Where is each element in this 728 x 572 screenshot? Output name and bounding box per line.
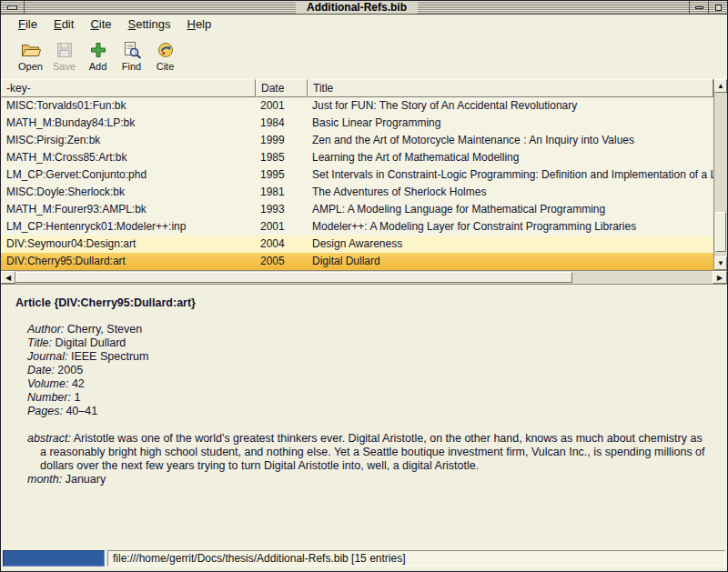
cell-date: 1993 [256,201,308,218]
reference-table: -key- Date Title MISC:Torvalds01:Fun:bk2… [1,79,727,270]
minimize-button[interactable] [689,1,708,14]
toolbar: OpenSaveAddFindCite [1,34,727,79]
toolbar-button-find[interactable]: Find [115,37,148,72]
toolbar-button-add[interactable]: Add [81,37,115,72]
cell-date: 1984 [256,115,308,132]
column-header-date[interactable]: Date [256,79,308,97]
table-row[interactable]: MISC:Torvalds01:Fun:bk2001Just for FUN: … [1,97,713,115]
cell-key: MATH_M:Bunday84:LP:bk [1,115,256,132]
cell-key: MISC:Pirsig:Zen:bk [1,132,256,149]
toolbar-button-label: Find [122,61,141,72]
cell-key: DIV:Cherry95:Dullard:art [1,253,256,270]
column-header-title[interactable]: Title [308,79,713,97]
cell-date: 2005 [256,253,308,270]
detail-field-value: 42 [72,377,85,390]
cite-icon [157,39,175,59]
table-row[interactable]: LM_CP:Gervet:Conjunto:phd1995Set Interva… [1,166,713,184]
detail-field-label: Pages: [27,405,66,417]
toolbar-button-save[interactable]: Save [47,37,81,72]
cell-title: Set Intervals in Constraint-Logic Progra… [308,166,713,184]
titlebar-stripes [418,1,689,14]
cell-date: 1985 [256,149,308,166]
abstract-text: Aristotle was one of the world's greates… [40,432,705,472]
detail-field-value: Digital Dullard [55,336,126,349]
vertical-scrollbar[interactable]: ▲ ▼ [713,79,727,270]
cell-date: 2001 [256,218,308,236]
horizontal-scrollbar-thumb[interactable] [15,272,572,283]
scroll-up-button[interactable]: ▲ [714,79,727,93]
table-row[interactable]: MATH_M:Fourer93:AMPL:bk1993AMPL: A Model… [1,201,713,218]
menu-item-help[interactable]: Help [178,15,219,33]
status-bar: file:///home/gerrit/Docs/thesis/Addition… [1,549,727,567]
find-magnifier-icon [122,39,142,59]
toolbar-button-open[interactable]: Open [14,37,47,72]
detail-field-value: Cherry, Steven [67,323,142,336]
toolbar-button-label: Save [53,61,76,72]
table-row[interactable]: DIV:Seymour04:Design:art2004Design Aware… [1,236,713,253]
menu-item-settings[interactable]: Settings [120,15,179,33]
table-row[interactable]: MISC:Doyle:Sherlock:bk1981The Adventures… [1,184,713,201]
horizontal-scrollbar[interactable]: ◀ ▶ [1,270,727,285]
cell-title: Digital Dullard [308,253,713,270]
cell-key: MISC:Doyle:Sherlock:bk [1,184,256,201]
toolbar-button-label: Add [89,61,107,72]
scroll-right-button[interactable]: ▶ [713,271,727,284]
cell-date: 1981 [256,184,308,201]
open-folder-icon [21,39,41,59]
table-row[interactable]: LM_CP:Hentenryck01:Modeler++:inp2001Mode… [1,218,713,236]
entry-detail-panel: Article {DIV:Cherry95:Dullard:art} Autho… [1,285,727,549]
detail-field-value: 40–41 [66,405,97,417]
maximize-button[interactable] [708,1,727,14]
progress-bar [3,550,105,567]
minimize-icon [695,6,703,9]
cell-title: Zen and the Art of Motorcycle Maintenanc… [308,132,713,149]
detail-field-pages: Pages: 40–41 [27,405,709,418]
cell-title: The Adventures of Sherlock Holmes [308,184,713,201]
month-label: month: [27,473,62,486]
vertical-scrollbar-thumb[interactable] [715,212,726,252]
cell-key: MATH_M:Cross85:Art:bk [1,149,256,166]
table-row[interactable]: MATH_M:Cross85:Art:bk1985Learning the Ar… [1,149,713,166]
menu-item-file[interactable]: File [10,15,46,33]
cell-key: MATH_M:Fourer93:AMPL:bk [1,201,256,218]
detail-field-title: Title: Digital Dullard [27,336,709,350]
cell-key: LM_CP:Gervet:Conjunto:phd [1,166,256,184]
cell-title: Just for FUN: The Story of An Accidental… [308,97,713,115]
status-text: file:///home/gerrit/Docs/thesis/Addition… [107,550,725,567]
table-row[interactable]: DIV:Cherry95:Dullard:art2005Digital Dull… [1,253,713,270]
cell-title: Learning the Art of Mathematical Modelli… [308,149,713,166]
toolbar-button-label: Open [18,61,43,72]
maximize-icon [715,5,722,11]
titlebar-stripes [25,1,296,14]
detail-field-author: Author: Cherry, Steven [27,323,709,336]
detail-field-label: Journal: [27,350,71,363]
save-floppy-icon [56,39,74,59]
detail-field-label: Volume: [27,377,72,390]
detail-fields: Author: Cherry, StevenTitle: Digital Dul… [15,323,709,418]
abstract-paragraph: abstract: Aristotle was one of the world… [27,432,709,473]
cell-date: 1999 [256,132,308,149]
cell-date: 1995 [256,166,308,184]
detail-field-date: Date: 2005 [27,364,709,377]
table-main: -key- Date Title MISC:Torvalds01:Fun:bk2… [1,79,713,270]
month-line: month: January [27,473,709,487]
cell-key: MISC:Torvalds01:Fun:bk [1,97,256,115]
detail-field-label: Title: [27,336,55,349]
table-rows: MISC:Torvalds01:Fun:bk2001Just for FUN: … [1,97,713,270]
scroll-left-button[interactable]: ◀ [1,271,15,284]
window-menu-button[interactable] [1,1,25,14]
table-row[interactable]: MISC:Pirsig:Zen:bk1999Zen and the Art of… [1,132,713,149]
column-header-key[interactable]: -key- [1,79,256,97]
table-row[interactable]: MATH_M:Bunday84:LP:bk1984Basic Linear Pr… [1,115,713,132]
scroll-down-button[interactable]: ▼ [714,256,727,270]
detail-field-value: IEEE Spectrum [71,350,148,363]
cell-key: DIV:Seymour04:Design:art [1,236,256,253]
detail-field-journal: Journal: IEEE Spectrum [27,350,709,364]
detail-field-label: Author: [27,323,67,336]
month-value: January [66,473,106,486]
menu-item-edit[interactable]: Edit [46,15,82,33]
toolbar-button-cite[interactable]: Cite [148,37,182,72]
menu-item-cite[interactable]: Cite [82,15,119,33]
cell-title: Modeler++: A Modeling Layer for Constrai… [308,218,713,236]
window-title: Additional-Refs.bib [296,1,418,14]
